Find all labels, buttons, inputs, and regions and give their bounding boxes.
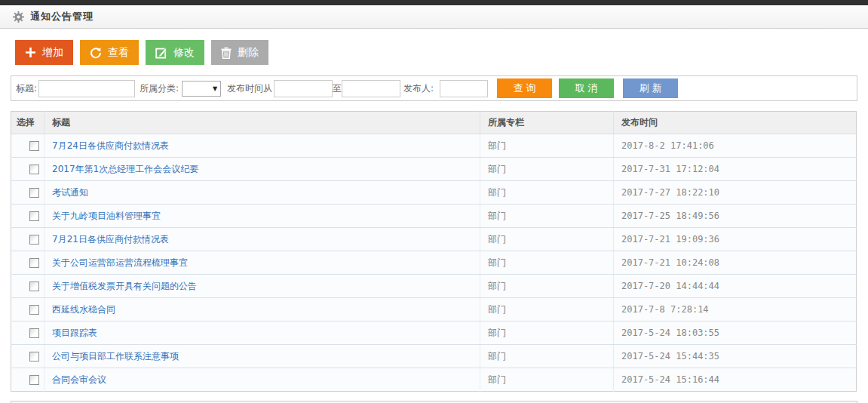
row-title-cell: 项目跟踪表 xyxy=(44,321,480,345)
edit-icon xyxy=(155,47,167,59)
row-publish-time-cell: 2017-7-27 18:22:10 xyxy=(614,181,857,205)
table-row: 关于增值税发票开具有关问题的公告部门2017-7-20 14:44:44 xyxy=(11,275,857,298)
row-checkbox[interactable] xyxy=(29,188,39,198)
table-row: 合同会审会议部门2017-5-24 15:16:44 xyxy=(11,368,857,392)
row-select-cell xyxy=(11,181,44,205)
row-title-cell: 西延线水稳合同 xyxy=(44,298,480,321)
view-button[interactable]: 查看 xyxy=(80,40,139,65)
row-checkbox[interactable] xyxy=(29,211,39,221)
announcement-link[interactable]: 合同会审会议 xyxy=(52,374,106,385)
refresh-icon xyxy=(90,47,102,59)
trash-icon xyxy=(221,47,232,59)
row-checkbox[interactable] xyxy=(29,258,39,268)
cancel-button[interactable]: 取 消 xyxy=(559,78,614,98)
row-publish-time-cell: 2017-5-24 15:44:35 xyxy=(614,345,857,368)
category-filter-label: 所属分类: xyxy=(140,82,179,95)
publisher-filter-label: 发布人: xyxy=(403,82,434,95)
category-select[interactable]: ▼ xyxy=(182,81,221,97)
row-select-cell xyxy=(11,275,44,298)
table-row: 2017年第1次总经理工作会会议纪要部门2017-7-31 17:12:04 xyxy=(11,158,857,181)
announcement-link[interactable]: 关于公司运营部运营流程梳理事宜 xyxy=(52,257,188,268)
row-publish-time-cell: 2017-7-21 10:24:08 xyxy=(614,251,857,275)
toolbar: 增加 查看 修改 删除 xyxy=(15,40,857,65)
row-title-cell: 7月21日各供应商付款情况表 xyxy=(44,228,480,251)
row-title-cell: 公司与项目部工作联系注意事项 xyxy=(44,345,480,368)
row-checkbox[interactable] xyxy=(29,352,39,361)
view-button-label: 查看 xyxy=(108,46,129,60)
row-title-cell: 关于九岭项目油料管理事宜 xyxy=(44,205,480,228)
row-title-cell: 考试通知 xyxy=(44,181,480,205)
delete-button[interactable]: 删除 xyxy=(211,40,268,65)
row-select-cell xyxy=(11,368,44,392)
table-row: 公司与项目部工作联系注意事项部门2017-5-24 15:44:35 xyxy=(11,345,857,368)
row-column-cell: 部门 xyxy=(480,181,614,205)
row-checkbox[interactable] xyxy=(29,165,39,174)
row-select-cell xyxy=(11,298,44,321)
row-select-cell xyxy=(11,158,44,181)
row-publish-time-cell: 2017-5-24 15:16:44 xyxy=(614,368,857,392)
row-checkbox[interactable] xyxy=(29,141,39,151)
gear-icon xyxy=(13,11,24,23)
filter-bar: 标题: 所属分类: ▼ 发布时间从 至 发布人: 查 询 取 消 刷 新 xyxy=(11,75,857,101)
row-title-cell: 关于增值税发票开具有关问题的公告 xyxy=(44,275,480,298)
row-title-cell: 7月24日各供应商付款情况表 xyxy=(44,134,480,158)
row-select-cell xyxy=(11,228,44,251)
date-to-input[interactable] xyxy=(342,80,400,97)
row-checkbox[interactable] xyxy=(29,328,39,338)
table-row: 关于九岭项目油料管理事宜部门2017-7-25 18:49:56 xyxy=(11,205,857,228)
row-column-cell: 部门 xyxy=(480,321,614,345)
header-column: 所属专栏 xyxy=(480,112,614,134)
announcement-table: 选择 标题 所属专栏 发布时间 7月24日各供应商付款情况表部门2017-8-2… xyxy=(11,111,857,392)
title-filter-input[interactable] xyxy=(38,80,135,97)
publisher-filter-input[interactable] xyxy=(440,80,488,97)
announcement-link[interactable]: 7月21日各供应商付款情况表 xyxy=(52,234,169,245)
row-column-cell: 部门 xyxy=(480,345,614,368)
announcement-link[interactable]: 考试通知 xyxy=(52,187,88,198)
table-row: 考试通知部门2017-7-27 18:22:10 xyxy=(11,181,857,205)
row-publish-time-cell: 2017-7-20 14:44:44 xyxy=(614,275,857,298)
row-checkbox[interactable] xyxy=(29,375,39,385)
row-checkbox[interactable] xyxy=(29,235,39,245)
row-column-cell: 部门 xyxy=(480,134,614,158)
table-row: 关于公司运营部运营流程梳理事宜部门2017-7-21 10:24:08 xyxy=(11,251,857,275)
row-select-cell xyxy=(11,251,44,275)
chevron-down-icon: ▼ xyxy=(213,85,217,92)
header-publish-time: 发布时间 xyxy=(614,112,857,134)
announcement-link[interactable]: 2017年第1次总经理工作会会议纪要 xyxy=(52,164,198,174)
row-publish-time-cell: 2017-5-24 18:03:55 xyxy=(614,321,857,345)
add-button[interactable]: 增加 xyxy=(15,40,73,65)
row-column-cell: 部门 xyxy=(480,298,614,321)
row-checkbox[interactable] xyxy=(29,281,39,291)
row-column-cell: 部门 xyxy=(480,368,614,392)
row-column-cell: 部门 xyxy=(480,251,614,275)
row-publish-time-cell: 2017-7-8 7:28:14 xyxy=(614,298,857,321)
add-button-label: 增加 xyxy=(42,46,63,60)
row-title-cell: 合同会审会议 xyxy=(44,368,480,392)
row-select-cell xyxy=(11,205,44,228)
row-column-cell: 部门 xyxy=(480,228,614,251)
announcement-link[interactable]: 项目跟踪表 xyxy=(52,328,97,338)
edit-button[interactable]: 修改 xyxy=(146,40,204,65)
announcement-link[interactable]: 关于增值税发票开具有关问题的公告 xyxy=(52,281,197,291)
table-header-row: 选择 标题 所属专栏 发布时间 xyxy=(11,112,857,134)
row-publish-time-cell: 2017-8-2 17:41:06 xyxy=(614,134,857,158)
row-checkbox[interactable] xyxy=(29,305,39,315)
title-filter-label: 标题: xyxy=(16,82,37,95)
refresh-button[interactable]: 刷 新 xyxy=(623,78,678,98)
page-header: 通知公告管理 xyxy=(0,5,868,29)
top-bar xyxy=(0,0,868,5)
page-title: 通知公告管理 xyxy=(30,10,94,23)
row-column-cell: 部门 xyxy=(480,275,614,298)
announcement-link[interactable]: 公司与项目部工作联系注意事项 xyxy=(52,351,179,361)
date-from-input[interactable] xyxy=(274,80,333,97)
announcement-link[interactable]: 7月24日各供应商付款情况表 xyxy=(52,140,169,151)
table-row: 西延线水稳合同部门2017-7-8 7:28:14 xyxy=(11,298,857,321)
announcement-link[interactable]: 关于九岭项目油料管理事宜 xyxy=(52,211,161,221)
table-row: 项目跟踪表部门2017-5-24 18:03:55 xyxy=(11,321,857,345)
announcement-link[interactable]: 西延线水稳合同 xyxy=(52,304,115,315)
row-select-cell xyxy=(11,134,44,158)
header-title: 标题 xyxy=(44,112,480,134)
date-from-label: 发布时间从 xyxy=(227,82,272,95)
row-title-cell: 2017年第1次总经理工作会会议纪要 xyxy=(44,158,480,181)
query-button[interactable]: 查 询 xyxy=(497,78,552,98)
